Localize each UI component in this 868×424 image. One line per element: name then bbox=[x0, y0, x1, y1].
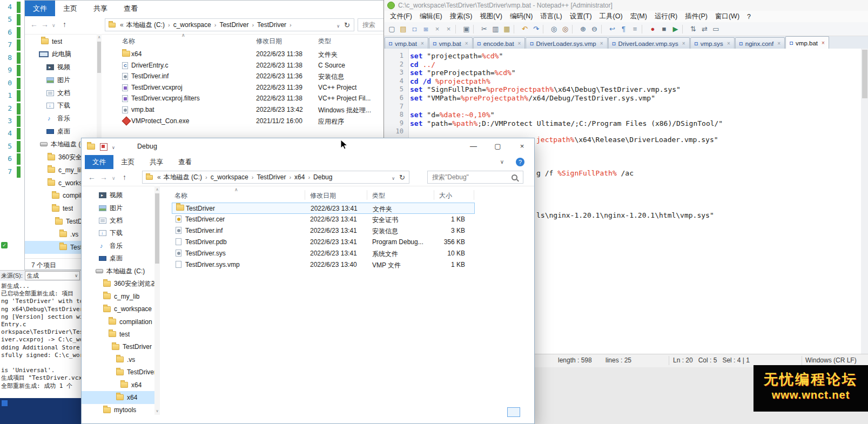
breadcrumb-item[interactable]: c_workspace bbox=[211, 173, 248, 181]
ribbon-tab-share[interactable]: 共享 bbox=[142, 155, 171, 169]
sidebar-item-compilation[interactable]: compilation bbox=[82, 315, 154, 328]
breadcrumb-item[interactable]: TestDriver bbox=[257, 173, 286, 181]
doc-monitor-icon[interactable]: ▭ bbox=[711, 24, 721, 34]
document-tab-DriverLoader.vmp.sys[interactable]: ◘DriverLoader.vmp.sys× bbox=[608, 37, 690, 49]
breadcrumb-item[interactable]: TestDriver bbox=[257, 21, 286, 29]
indent-guide-icon[interactable]: ≡ bbox=[630, 24, 640, 34]
ribbon-tab-view[interactable]: 查看 bbox=[116, 1, 146, 16]
open-folder-icon[interactable]: ▤ bbox=[398, 24, 408, 34]
menu-item-7[interactable]: 工具(O) bbox=[596, 12, 627, 21]
menu-item-2[interactable]: 搜索(S) bbox=[446, 12, 476, 21]
column-header-1[interactable]: 名称 bbox=[122, 37, 135, 46]
sidebar-item-视频[interactable]: 视频 bbox=[25, 61, 97, 74]
file-row[interactable]: TestDriver.pdb2022/6/23 13:41Program Deb… bbox=[172, 237, 475, 248]
sidebar-item-桌面[interactable]: 桌面 bbox=[25, 125, 97, 138]
column-header-2[interactable]: 修改日期 bbox=[256, 37, 282, 46]
help-button[interactable]: ? bbox=[516, 158, 524, 166]
editor-scrollbar[interactable] bbox=[861, 49, 868, 354]
close-button[interactable]: × bbox=[510, 138, 534, 154]
file-row[interactable]: TestDriver.cer2022/6/23 13:41安全证书1 KB bbox=[172, 214, 475, 225]
up-button[interactable]: ↑ bbox=[123, 173, 126, 181]
sidebar-item-图片[interactable]: 图片 bbox=[82, 201, 154, 214]
tab-close-icon[interactable]: × bbox=[421, 41, 424, 46]
undo-icon[interactable]: ↶ bbox=[520, 24, 530, 34]
save-icon[interactable]: ◘ bbox=[409, 24, 420, 34]
sidebar-item-文档[interactable]: 文档 bbox=[82, 214, 154, 227]
ribbon-tab-file[interactable]: 文件 bbox=[85, 155, 113, 169]
tab-close-icon[interactable]: × bbox=[600, 41, 603, 46]
quick-access-dropdown-icon[interactable]: ∨ bbox=[112, 145, 115, 150]
breadcrumb-item[interactable]: c_workspace bbox=[173, 21, 211, 29]
copy-icon[interactable]: ▥ bbox=[490, 24, 501, 34]
back-button[interactable]: ← bbox=[30, 20, 38, 29]
up-button[interactable]: ↑ bbox=[63, 20, 66, 29]
title-bar[interactable]: ∨ Debug — ▢ × bbox=[82, 138, 534, 155]
recent-locations-dropdown-icon[interactable]: ∨ bbox=[52, 23, 56, 28]
file-row[interactable]: TestDriver.vcxproj2022/6/23 11:39VC++ Pr… bbox=[119, 83, 386, 94]
breadcrumb-item[interactable]: TestDriver bbox=[219, 21, 248, 29]
scrollbar-thumb[interactable] bbox=[155, 193, 159, 264]
quick-access-properties-icon[interactable] bbox=[100, 143, 107, 151]
back-button[interactable]: ← bbox=[88, 173, 96, 181]
save-all-icon[interactable]: ◙ bbox=[421, 24, 431, 34]
file-row[interactable]: DriverEntry.c2022/6/23 11:38C Source bbox=[119, 60, 386, 72]
sidebar-item-下载[interactable]: 下载 bbox=[82, 227, 154, 239]
address-dropdown-icon[interactable]: ∨ bbox=[392, 176, 395, 181]
address-bar[interactable]: «本地磁盘 (C:)›c_workspace›TestDriver›x64›De… bbox=[142, 171, 409, 184]
replace-icon[interactable]: ◎ bbox=[560, 24, 570, 34]
sidebar-item-此电脑[interactable]: 此电脑 bbox=[25, 48, 97, 61]
close-icon[interactable]: × bbox=[432, 24, 442, 34]
menu-item-4[interactable]: 编码(N) bbox=[506, 12, 536, 21]
menu-item-10[interactable]: 插件(P) bbox=[681, 12, 711, 21]
file-row[interactable]: TestDriver.inf2022/6/23 11:36安装信息 bbox=[119, 71, 386, 83]
word-wrap-icon[interactable]: ↩ bbox=[607, 24, 617, 34]
menu-item-11[interactable]: 窗口(W) bbox=[711, 12, 743, 21]
forward-button[interactable]: → bbox=[100, 173, 107, 181]
tab-close-icon[interactable]: × bbox=[822, 40, 825, 46]
refresh-icon[interactable]: ↻ bbox=[344, 21, 350, 29]
file-row[interactable]: TestDriver.sys2022/6/23 13:41系统文件10 KB bbox=[172, 248, 475, 259]
sidebar-item-c_my_lib[interactable]: c_my_lib bbox=[82, 290, 154, 302]
tab-close-icon[interactable]: × bbox=[518, 41, 521, 46]
file-row[interactable]: vmp.bat2022/6/23 13:42Windows 批处理... bbox=[119, 105, 386, 116]
menu-item-8[interactable]: 宏(M) bbox=[627, 12, 651, 21]
breadcrumb-item[interactable]: Debug bbox=[313, 173, 332, 181]
sidebar-item-音乐[interactable]: 音乐 bbox=[25, 112, 97, 125]
column-header-2[interactable]: 修改日期 bbox=[310, 191, 336, 200]
minimize-button[interactable]: — bbox=[461, 138, 486, 154]
sidebar-scrollbar[interactable]: ∧ ∨ bbox=[154, 186, 160, 415]
ribbon-collapse-icon[interactable]: ∨ bbox=[500, 159, 504, 165]
menu-item-5[interactable]: 语言(L) bbox=[536, 12, 566, 21]
sync-scroll-v-icon[interactable]: ⇅ bbox=[688, 24, 698, 34]
print-icon[interactable]: ▣ bbox=[461, 24, 472, 34]
recent-locations-dropdown-icon[interactable]: ∨ bbox=[112, 176, 116, 181]
sidebar-item-下载[interactable]: 下载 bbox=[25, 99, 97, 112]
file-row[interactable]: TestDriver2022/6/23 13:41文件夹 bbox=[172, 203, 475, 214]
file-row[interactable]: TestDriver.vcxproj.filters2022/6/23 11:3… bbox=[119, 93, 386, 105]
sidebar-item-360安全浏览器[interactable]: 360安全浏览器 bbox=[82, 278, 154, 290]
title-bar[interactable]: C:\c_workspace\TestDriver\TestDriver\vmp… bbox=[384, 0, 868, 11]
document-tab-DriverLoader.sys.vmp[interactable]: ◘DriverLoader.sys.vmp× bbox=[526, 37, 607, 49]
paste-icon[interactable]: ▦ bbox=[502, 24, 512, 34]
sync-scroll-h-icon[interactable]: ⇄ bbox=[699, 24, 710, 34]
sidebar-item-x64[interactable]: x64 bbox=[82, 379, 154, 391]
document-tab-encode.bat[interactable]: ◘encode.bat× bbox=[473, 37, 526, 49]
search-box[interactable]: 搜索"Debug" bbox=[427, 171, 523, 184]
show-all-chars-icon[interactable]: ¶ bbox=[618, 24, 629, 34]
maximize-button[interactable]: ▢ bbox=[486, 138, 510, 154]
document-tab-vmp.sys[interactable]: ◘vmp.sys× bbox=[690, 37, 735, 49]
menu-item-3[interactable]: 视图(V) bbox=[476, 12, 506, 21]
ribbon-tab-share[interactable]: 共享 bbox=[85, 1, 116, 16]
sidebar-item-.vs[interactable]: .vs bbox=[82, 353, 154, 366]
sidebar-item-桌面[interactable]: 桌面 bbox=[82, 252, 154, 265]
file-row[interactable]: TestDriver.inf2022/6/23 13:41安装信息3 KB bbox=[172, 225, 475, 237]
sidebar-item-TestDriver[interactable]: TestDriver bbox=[82, 341, 154, 353]
ribbon-tab-home[interactable]: 主页 bbox=[113, 155, 142, 169]
tab-close-icon[interactable]: × bbox=[465, 41, 468, 46]
output-source-dropdown[interactable]: 生成 ∨ bbox=[25, 271, 80, 280]
redo-icon[interactable]: ↷ bbox=[531, 24, 541, 34]
cut-icon[interactable]: ✂ bbox=[479, 24, 489, 34]
search-box[interactable]: 搜索 bbox=[358, 18, 386, 31]
forward-button[interactable]: → bbox=[41, 20, 49, 29]
menu-item-6[interactable]: 设置(T) bbox=[566, 12, 596, 21]
